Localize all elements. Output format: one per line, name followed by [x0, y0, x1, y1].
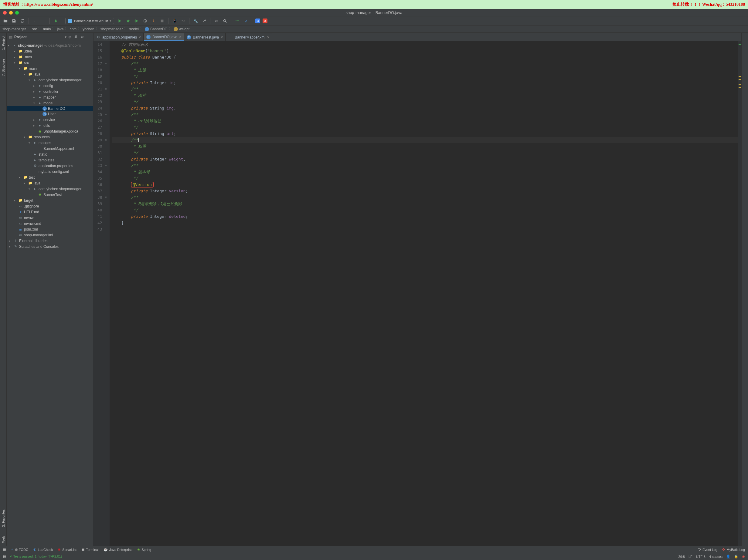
- favorites-tool-button[interactable]: 2: Favorites: [1, 509, 5, 527]
- editor-tab[interactable]: ⚙application.properties×: [93, 33, 144, 41]
- save-icon[interactable]: [11, 18, 17, 24]
- tree-item[interactable]: ▸static: [7, 151, 93, 157]
- project-tree[interactable]: ▾▪shop-manager ~/IdeaProjects/shop-m▸📁.i…: [7, 41, 93, 546]
- translate-icon-2[interactable]: 文: [263, 19, 267, 23]
- breadcrumb-item[interactable]: java: [57, 27, 64, 31]
- inspection-icon[interactable]: 👤: [726, 555, 730, 559]
- cursor-position[interactable]: 29:8: [678, 555, 685, 559]
- sonarlint-button[interactable]: ◉SonarLint: [58, 547, 76, 552]
- close-tab-icon[interactable]: ×: [267, 35, 269, 40]
- tree-item[interactable]: ▾▸com.ybchen.shopmanager: [7, 186, 93, 192]
- tree-item[interactable]: ▾HELP.md: [7, 209, 93, 215]
- run-configuration-dropdown[interactable]: BannerTest.testGetList▾: [65, 18, 114, 24]
- search-icon[interactable]: [222, 18, 228, 24]
- close-tab-icon[interactable]: ×: [179, 35, 181, 39]
- mybatis-button[interactable]: ✜MyBatis Log: [722, 547, 745, 552]
- tree-item[interactable]: ▸⫴External Libraries: [7, 238, 93, 244]
- tree-item[interactable]: ▾▸model: [7, 100, 93, 106]
- memory-icon[interactable]: ◉: [742, 555, 745, 559]
- tree-item[interactable]: ▭.gitignore: [7, 203, 93, 209]
- tree-item[interactable]: ▸✎Scratches and Consoles: [7, 244, 93, 249]
- structure-tool-button[interactable]: 7: Structure: [1, 59, 5, 76]
- breadcrumb-item[interactable]: weight: [174, 27, 190, 31]
- spring-button[interactable]: ❀Spring: [137, 547, 151, 552]
- tree-item[interactable]: BannerMapper.xml: [7, 146, 93, 151]
- profile-button[interactable]: [142, 18, 148, 24]
- attach-button[interactable]: ⤓: [150, 18, 157, 24]
- debug-button[interactable]: [125, 18, 131, 24]
- tree-item[interactable]: ▸📁.mvn: [7, 54, 93, 60]
- tree-item[interactable]: ▸▸config: [7, 83, 93, 89]
- tree-item[interactable]: ▾▸mapper: [7, 140, 93, 146]
- luacheck-button[interactable]: ◐LuaCheck: [33, 547, 53, 552]
- tree-item[interactable]: ▭mvnw: [7, 215, 93, 221]
- grid-icon[interactable]: ▦: [3, 547, 6, 552]
- tree-item[interactable]: ▾▸com.ybchen.shopmanager: [7, 77, 93, 83]
- editor-tab[interactable]: CBannerDO.java×: [144, 33, 184, 41]
- tree-item[interactable]: ▸▸service: [7, 117, 93, 123]
- hide-icon[interactable]: —: [87, 35, 91, 39]
- tree-item[interactable]: ▾📁src: [7, 60, 93, 66]
- line-separator[interactable]: LF: [688, 555, 693, 559]
- refresh-icon[interactable]: [19, 18, 25, 24]
- tree-item[interactable]: ▾📁main: [7, 66, 93, 71]
- collapse-icon[interactable]: ⇵: [74, 35, 77, 39]
- tree-item[interactable]: ▸📁.idea: [7, 48, 93, 54]
- device-icon[interactable]: 📱: [171, 18, 178, 24]
- wrench-icon[interactable]: 🔧: [192, 18, 198, 24]
- indent[interactable]: 4 spaces: [709, 555, 723, 559]
- block-icon[interactable]: ⊘: [243, 18, 249, 24]
- breadcrumb-item[interactable]: src: [32, 27, 37, 31]
- open-icon[interactable]: [2, 18, 8, 24]
- tree-item[interactable]: mybatis-config.xml: [7, 169, 93, 174]
- close-tab-icon[interactable]: ×: [139, 35, 141, 40]
- tree-item[interactable]: ▸templates: [7, 157, 93, 163]
- tree-item[interactable]: ▭mvnw.cmd: [7, 221, 93, 226]
- encoding[interactable]: UTF-8: [696, 555, 705, 559]
- project-tool-button[interactable]: 1: Project: [1, 36, 5, 50]
- breadcrumb-item[interactable]: com: [70, 27, 76, 31]
- todo-button[interactable]: ✓6: TODO: [11, 547, 28, 552]
- breadcrumb-item[interactable]: ybchen: [83, 27, 94, 31]
- editor-tab[interactable]: BannerMapper.xml×: [226, 33, 272, 41]
- run-button[interactable]: [117, 18, 123, 24]
- maximize-window-button[interactable]: [15, 11, 19, 15]
- coverage-button[interactable]: [134, 18, 140, 24]
- tree-item[interactable]: ▾📁java: [7, 180, 93, 186]
- breadcrumb-item[interactable]: BannerDO: [145, 27, 168, 31]
- terminal-button[interactable]: ▣Terminal: [81, 547, 99, 552]
- code-editor[interactable]: 1415161718192021222324252627282930313233…: [93, 41, 741, 546]
- lock-icon[interactable]: 🔒: [734, 555, 738, 559]
- marker-bar[interactable]: [738, 41, 741, 546]
- tree-item[interactable]: ▸📁target: [7, 197, 93, 203]
- breadcrumb-item[interactable]: shopmanager: [100, 27, 123, 31]
- settings-icon[interactable]: ⚙: [80, 35, 84, 39]
- tree-item[interactable]: ◉ShopManagerApplica: [7, 128, 93, 134]
- editor-tab[interactable]: CBannerTest.java×: [184, 33, 226, 41]
- tree-item[interactable]: CUser: [7, 111, 93, 117]
- tree-item[interactable]: ◉BannerTest: [7, 192, 93, 197]
- back-icon[interactable]: ←: [32, 18, 38, 24]
- web-tool-button[interactable]: Web: [1, 536, 5, 543]
- eventlog-button[interactable]: 🗨Event Log: [698, 548, 718, 552]
- breadcrumb-item[interactable]: model: [129, 27, 139, 31]
- tree-item[interactable]: ▸▸mapper: [7, 94, 93, 100]
- stop-button[interactable]: [159, 18, 165, 24]
- tree-item[interactable]: ▸▸controller: [7, 89, 93, 94]
- translate-icon[interactable]: G: [255, 19, 260, 23]
- forward-icon[interactable]: →: [40, 18, 46, 24]
- layout-icon[interactable]: ▭: [213, 18, 219, 24]
- menu-icon[interactable]: ▤: [3, 555, 6, 559]
- tree-item[interactable]: ⚙application.properties: [7, 163, 93, 169]
- breadcrumb-item[interactable]: shop-manager: [2, 27, 26, 31]
- vcs-icon[interactable]: ⎇: [201, 18, 207, 24]
- build-icon[interactable]: [53, 18, 59, 24]
- breadcrumb-item[interactable]: main: [43, 27, 51, 31]
- tree-item[interactable]: ▾📁test: [7, 174, 93, 180]
- tree-item[interactable]: ▾📁java: [7, 71, 93, 77]
- tree-root[interactable]: ▾▪shop-manager ~/IdeaProjects/shop-m: [7, 43, 93, 48]
- minimize-window-button[interactable]: [9, 11, 13, 15]
- locate-icon[interactable]: ⊕: [68, 35, 71, 39]
- javaee-button[interactable]: ☕Java Enterprise: [103, 547, 132, 552]
- tree-item[interactable]: ▭shop-manager.iml: [7, 232, 93, 238]
